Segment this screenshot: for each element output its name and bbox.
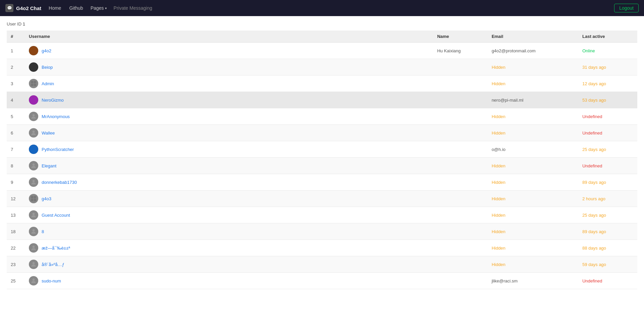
svg-rect-1 — [34, 81, 36, 84]
cell-name: Hu Kaixiang — [433, 43, 488, 59]
cell-name — [433, 75, 488, 92]
table-row: 9 donnerkebab1730 Hidden 89 days ago — [7, 174, 637, 191]
username-link[interactable]: 8 — [42, 229, 44, 234]
user-id-label: User ID — [7, 21, 21, 27]
col-header-lastactive: Last active — [578, 31, 637, 43]
cell-email: Hidden — [488, 191, 578, 207]
avatar — [29, 112, 38, 121]
logout-button[interactable]: Logout — [614, 4, 639, 12]
table-row: 7 PythonScratcher o@h.io 25 days ago — [7, 141, 637, 158]
cell-username: g4o2 — [25, 43, 433, 59]
cell-name — [433, 174, 488, 191]
avatar — [29, 79, 38, 88]
user-cell: g4o2 — [29, 46, 429, 55]
table-row: 4 NeroGizmo nero@pi-mail.ml 53 days ago — [7, 92, 637, 108]
username-link[interactable]: donnerkebab1730 — [42, 180, 77, 185]
avatar — [29, 62, 38, 72]
cell-email: Hidden — [488, 108, 578, 125]
username-link[interactable]: NeroGizmo — [42, 98, 64, 103]
table-row: 22 æž—å¯‰è±±ª Hidden 88 days ago — [7, 240, 637, 256]
username-link[interactable]: sudo-num — [42, 278, 61, 283]
navbar-left: 💬 G4o2 Chat Home Github Pages ▾ Private … — [5, 4, 152, 12]
table-header: # Username Name Email Last active — [7, 31, 637, 43]
cell-last-active: 88 days ago — [578, 240, 637, 256]
svg-rect-0 — [31, 81, 34, 84]
username-link[interactable]: Admin — [42, 81, 54, 86]
cell-username: MrAnonymous — [25, 108, 433, 125]
user-cell: PythonScratcher — [29, 145, 429, 154]
cell-last-active: 53 days ago — [578, 92, 637, 108]
avatar — [29, 194, 38, 203]
avatar — [29, 46, 38, 55]
nav-pages-dropdown[interactable]: Pages ▾ — [91, 5, 107, 11]
cell-name — [433, 191, 488, 207]
username-link[interactable]: g4o3 — [42, 196, 51, 201]
cell-username: 8 — [25, 223, 433, 240]
cell-email: Hidden — [488, 125, 578, 141]
cell-num: 22 — [7, 240, 25, 256]
table-row: 5 MrAnonymous Hidden Undefined — [7, 108, 637, 125]
cell-num: 9 — [7, 174, 25, 191]
username-link[interactable]: PythonScratcher — [42, 147, 74, 152]
cell-num: 25 — [7, 273, 25, 289]
cell-email: nero@pi-mail.ml — [488, 92, 578, 108]
chevron-down-icon: ▾ — [105, 6, 107, 10]
username-link[interactable]: å®´å»ºå…ƒ — [42, 262, 64, 267]
cell-last-active: Online — [578, 43, 637, 59]
table-body: 1 g4o2 Hu Kaixiang g4o2@protonmail.com O… — [7, 43, 637, 289]
cell-email: Hidden — [488, 59, 578, 75]
username-link[interactable]: Elegant — [42, 163, 56, 168]
brand-icon: 💬 — [5, 4, 13, 12]
username-link[interactable]: Beiop — [42, 65, 53, 70]
cell-name — [433, 141, 488, 158]
cell-num: 23 — [7, 256, 25, 273]
avatar — [29, 128, 38, 138]
user-cell: Guest Account — [29, 210, 429, 220]
brand: 💬 G4o2 Chat — [5, 4, 41, 12]
avatar — [29, 161, 38, 170]
cell-username: PythonScratcher — [25, 141, 433, 158]
cell-last-active: 25 days ago — [578, 207, 637, 223]
cell-num: 1 — [7, 43, 25, 59]
cell-name — [433, 207, 488, 223]
cell-last-active: Undefined — [578, 273, 637, 289]
avatar — [29, 145, 38, 154]
nav-github[interactable]: Github — [68, 4, 84, 12]
avatar — [29, 210, 38, 220]
cell-last-active: 12 days ago — [578, 75, 637, 92]
svg-rect-2 — [31, 84, 34, 86]
cell-name — [433, 108, 488, 125]
user-cell: Elegant — [29, 161, 429, 170]
nav-home[interactable]: Home — [48, 4, 62, 12]
cell-name — [433, 256, 488, 273]
svg-point-16 — [33, 278, 35, 281]
user-cell: 8 — [29, 227, 429, 236]
users-table: # Username Name Email Last active 1 g4o2… — [7, 31, 637, 289]
cell-name — [433, 59, 488, 75]
cell-username: Beiop — [25, 59, 433, 75]
username-link[interactable]: æž—å¯‰è±±ª — [42, 246, 70, 251]
cell-name — [433, 158, 488, 174]
cell-email: Hidden — [488, 240, 578, 256]
cell-email: Hidden — [488, 158, 578, 174]
table-row: 23 å®´å»ºå…ƒ Hidden 59 days ago — [7, 256, 637, 273]
cell-last-active: Undefined — [578, 108, 637, 125]
svg-rect-9 — [34, 196, 36, 199]
avatar — [29, 177, 38, 187]
user-cell: Beiop — [29, 62, 429, 72]
svg-point-15 — [33, 262, 35, 264]
user-id-line: User ID 1 — [7, 21, 637, 27]
cell-last-active: 31 days ago — [578, 59, 637, 75]
cell-last-active: 2 hours ago — [578, 191, 637, 207]
username-link[interactable]: Wallee — [42, 130, 55, 136]
cell-num: 12 — [7, 191, 25, 207]
avatar — [29, 260, 38, 269]
user-cell: MrAnonymous — [29, 112, 429, 121]
col-header-username: Username — [25, 31, 433, 43]
cell-username: Wallee — [25, 125, 433, 141]
svg-rect-10 — [31, 199, 34, 201]
username-link[interactable]: MrAnonymous — [42, 114, 70, 119]
username-link[interactable]: g4o2 — [42, 48, 51, 53]
username-link[interactable]: Guest Account — [42, 213, 70, 218]
cell-name — [433, 125, 488, 141]
